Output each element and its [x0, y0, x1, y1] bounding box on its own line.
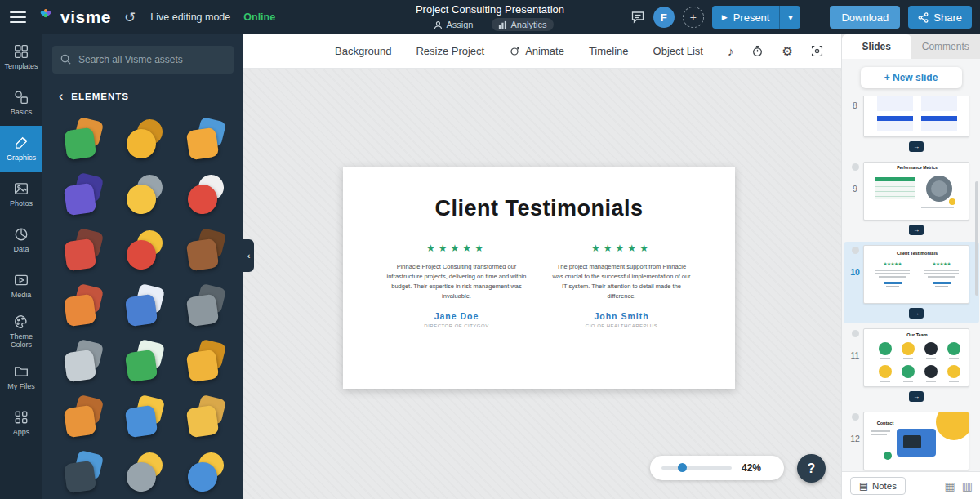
asset-desk-lamp-icon[interactable] — [183, 283, 230, 330]
slide-transition-button[interactable]: → — [909, 308, 924, 319]
asset-shape — [186, 127, 220, 161]
asset-binder-folders-icon[interactable] — [60, 283, 108, 330]
notes-button[interactable]: ▤ Notes — [850, 477, 906, 495]
present-button[interactable]: ▶ Present — [712, 6, 780, 29]
help-button[interactable]: ? — [797, 454, 826, 483]
thumbnail-shape — [935, 286, 948, 287]
slide-editor[interactable]: Client Testimonials ★★★★★ Pinnacle Proje… — [343, 167, 735, 389]
testimonial-left[interactable]: ★★★★★ Pinnacle Project Consulting transf… — [386, 243, 527, 328]
add-collaborator-button[interactable]: + — [683, 7, 704, 28]
thumbnail-shape — [879, 276, 906, 278]
background-button[interactable]: Background — [335, 45, 391, 57]
asset-dartboard-icon[interactable] — [122, 227, 169, 274]
slide-indicator-dot[interactable] — [852, 413, 859, 421]
asset-shield-check-icon[interactable] — [60, 172, 108, 219]
thumbnail-shape — [877, 121, 913, 131]
timer-icon[interactable] — [751, 45, 764, 57]
slides-scrollbar[interactable] — [975, 181, 978, 296]
download-button[interactable]: Download — [830, 6, 900, 29]
asset-compass-icon[interactable] — [122, 449, 169, 497]
slide-thumbnail-11[interactable]: Our Team — [863, 328, 969, 387]
asset-rocket-icon[interactable] — [122, 394, 169, 441]
analytics-button[interactable]: Analytics — [491, 18, 553, 31]
asset-shape — [125, 350, 158, 383]
search-input[interactable] — [52, 46, 234, 74]
resize-project-button[interactable]: Resize Project — [416, 45, 484, 57]
back-chevron-icon[interactable]: ‹ — [59, 90, 63, 103]
play-icon: ▶ — [722, 13, 728, 21]
apps-icon — [14, 410, 29, 425]
testimonial-name: Jane Doe — [386, 311, 527, 321]
music-icon[interactable]: ♪ — [728, 44, 734, 58]
slide-indicator-dot[interactable] — [852, 330, 859, 337]
slide-indicator-dot[interactable] — [852, 163, 859, 171]
settings-gear-icon[interactable]: ⚙ — [782, 44, 792, 59]
asset-whiteboard-icon[interactable] — [60, 338, 108, 385]
slide-thumbnail-12[interactable]: Contact — [863, 412, 969, 470]
sidebar-item-theme-colors[interactable]: Theme Colors — [0, 309, 42, 354]
asset-picture-frame-icon[interactable] — [122, 338, 169, 385]
sidebar-item-my-files[interactable]: My Files — [0, 354, 42, 400]
asset-flashlight-icon[interactable] — [60, 449, 108, 497]
slide-thumbnail-9[interactable]: Performance Metrics — [863, 162, 969, 221]
sidebar-item-apps[interactable]: Apps — [0, 400, 42, 446]
sidebar-item-basics[interactable]: Basics — [0, 80, 42, 126]
slide-thumbnail-8[interactable]: Case Studies — [863, 96, 969, 137]
sidebar-label: Theme Colors — [2, 332, 41, 349]
slide-indicator-dot[interactable] — [852, 247, 859, 254]
asset-mailbox-icon[interactable] — [60, 227, 108, 274]
asset-lightbulb-icon[interactable] — [122, 172, 169, 219]
asset-hourglass-icon[interactable] — [183, 449, 230, 497]
asset-alarm-clock-icon[interactable] — [183, 172, 230, 219]
asset-spiral-notebook-icon[interactable] — [60, 394, 108, 441]
collapse-panel-button[interactable]: ‹ — [243, 239, 254, 272]
sidebar-item-graphics[interactable]: Graphics — [0, 126, 42, 172]
asset-briefcase-icon[interactable] — [183, 227, 230, 274]
document-title[interactable]: Project Consulting Presentation — [416, 3, 564, 16]
sidebar-item-photos[interactable]: Photos — [0, 172, 42, 217]
testimonial-right[interactable]: ★★★★★ The project management support fro… — [551, 243, 692, 328]
list-view-icon[interactable]: ▥ — [962, 479, 973, 492]
animate-button[interactable]: Animate — [509, 45, 564, 57]
slide-transition-button[interactable]: → — [909, 225, 924, 235]
slide-transition-button[interactable]: → — [909, 141, 924, 152]
thumbnail-shape — [947, 365, 960, 378]
analytics-icon — [497, 20, 506, 29]
zoom-slider-knob[interactable] — [678, 463, 687, 472]
canvas[interactable]: ‹ Client Testimonials ★★★★★ Pinnacle Pro… — [243, 69, 841, 499]
screenshot-icon[interactable] — [811, 45, 823, 57]
visme-logo[interactable]: visme — [36, 7, 111, 27]
slide-title[interactable]: Client Testimonials — [343, 196, 735, 221]
comments-icon[interactable] — [630, 10, 645, 25]
slide-transition-button[interactable]: → — [909, 391, 924, 402]
zoom-control: 42% — [650, 456, 784, 480]
asset-calendar-icon[interactable] — [122, 283, 169, 330]
timeline-button[interactable]: Timeline — [589, 45, 629, 57]
share-button[interactable]: Share — [908, 6, 972, 29]
asset-gold-coin-icon[interactable] — [122, 116, 169, 163]
sidebar-item-media[interactable]: Media — [0, 263, 42, 309]
tab-comments[interactable]: Comments — [911, 34, 980, 59]
object-list-button[interactable]: Object List — [653, 45, 703, 57]
menu-icon[interactable] — [10, 11, 26, 23]
slide-number: 8 — [853, 100, 858, 110]
asset-money-ledger-icon[interactable] — [60, 116, 108, 163]
asset-padlock-icon[interactable] — [183, 116, 230, 163]
slide-thumbnail-10[interactable]: Client Testimonials★★★★★★★★★★ — [863, 245, 969, 304]
sidebar-item-data[interactable]: Data — [0, 217, 42, 263]
zoom-slider[interactable] — [662, 466, 732, 470]
tab-slides[interactable]: Slides — [842, 34, 911, 59]
left-sidebar: Templates Basics Graphics Photos Data Me… — [0, 34, 42, 499]
asset-shape — [186, 294, 220, 327]
sidebar-item-templates[interactable]: Templates — [0, 34, 42, 80]
analytics-label: Analytics — [510, 20, 546, 29]
present-dropdown-button[interactable]: ▾ — [779, 6, 800, 29]
thumbnail-shape — [884, 452, 892, 460]
undo-icon[interactable]: ↺ — [124, 9, 136, 26]
asset-storage-box-icon[interactable] — [183, 394, 230, 441]
new-slide-button[interactable]: + New slide — [861, 67, 962, 88]
grid-view-icon[interactable]: ▦ — [945, 479, 956, 492]
user-avatar[interactable]: F — [653, 7, 675, 28]
assign-button[interactable]: Assign — [426, 18, 479, 31]
asset-trophy-icon[interactable] — [183, 338, 230, 385]
